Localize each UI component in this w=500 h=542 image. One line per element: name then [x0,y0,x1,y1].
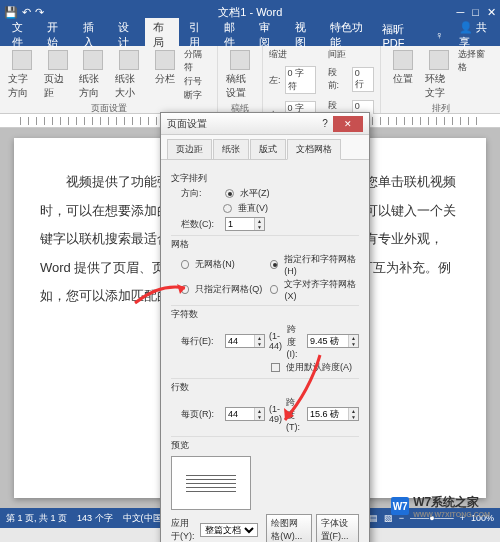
dialog-title: 页面设置 [167,117,317,131]
wrap-text-button[interactable]: 环绕文字 [423,48,455,102]
columns-spinner[interactable]: ▲▼ [225,217,265,231]
dialog-tab-margins[interactable]: 页边距 [167,139,212,159]
size-button[interactable]: 纸张大小 [113,48,145,102]
indent-left-input[interactable]: 0 字符 [285,66,316,94]
radio-spec-grid[interactable] [270,260,278,269]
text-direction-button[interactable]: 文字方向 [6,48,38,102]
watermark-logo-icon: W7 [391,497,409,515]
dialog-tab-paper[interactable]: 纸张 [213,139,249,159]
columns-button[interactable]: 分栏 [149,48,181,88]
ribbon: 文字方向 页边距 纸张方向 纸张大小 分栏 分隔符 行号 断字 页面设置 稿纸设… [0,46,500,114]
dialog-tabs: 页边距 纸张 版式 文档网格 [161,135,369,160]
spacing-before-input[interactable]: 0 行 [352,67,374,92]
direction-label: 方向: [181,187,221,200]
watermark-text: W7系统之家 [413,494,490,511]
per-page-spinner[interactable]: ▲▼ [225,407,265,421]
pitch-v-label: 跨度(T): [286,396,303,432]
manuscript-button[interactable]: 稿纸设置 [224,48,256,102]
window-controls: ─ □ ✕ [457,6,496,19]
text-arrange-label: 文字排列 [171,172,359,185]
per-line-label: 每行(E): [181,335,221,348]
minimize-icon[interactable]: ─ [457,6,465,19]
status-words[interactable]: 143 个字 [77,512,113,525]
preview-box [171,456,251,510]
breaks-button[interactable]: 分隔符 [184,48,211,74]
status-page[interactable]: 第 1 页, 共 1 页 [6,512,67,525]
line-numbers-button[interactable]: 行号 [184,75,211,88]
ribbon-group-arrange: 位置 环绕文字 选择窗格 排列 [381,46,500,113]
apply-to-label: 应用于(Y): [171,517,196,542]
hyphenation-button[interactable]: 断字 [184,89,211,102]
spacing-label: 间距 [328,48,375,61]
position-button[interactable]: 位置 [387,48,419,88]
margins-button[interactable]: 页边距 [42,48,74,102]
quick-redo-icon[interactable]: ↷ [35,6,44,19]
selection-pane-button[interactable]: 选择窗格 [458,48,494,74]
dialog-titlebar[interactable]: 页面设置 ? ✕ [161,113,369,135]
columns-label: 栏数(C): [181,218,221,231]
apply-to-select[interactable]: 整篇文档 [200,523,258,537]
ribbon-group-manuscript: 稿纸设置 稿纸 [218,46,263,113]
orientation-button[interactable]: 纸张方向 [77,48,109,102]
dialog-tab-grid[interactable]: 文档网格 [287,139,341,160]
tab-tellme[interactable]: ♀ [427,27,451,43]
watermark-url: WWW.W7XITONG.COM [413,511,490,518]
use-default-checkbox[interactable] [271,363,280,372]
ribbon-group-page-setup: 文字方向 页边距 纸张方向 纸张大小 分栏 分隔符 行号 断字 页面设置 [0,46,218,113]
pitch-h-spinner[interactable]: ▲▼ [307,334,359,348]
status-language[interactable]: 中文(中国) [123,512,165,525]
indent-label: 缩进 [269,48,316,61]
watermark: W7 W7系统之家 WWW.W7XITONG.COM [391,494,490,518]
radio-line-grid[interactable] [181,285,189,294]
preview-label: 预览 [171,436,359,452]
ribbon-group-paragraph: 缩进 左:0 字符 右:0 字符 间距 段前:0 行 段后:0 行 段落 [263,46,381,113]
per-page-label: 每页(R): [181,408,221,421]
per-line-range: (1-44) [269,331,283,351]
radio-horizontal[interactable] [225,189,234,198]
page-setup-dialog: 页面设置 ? ✕ 页边距 纸张 版式 文档网格 文字排列 方向: 水平(Z) 垂… [160,112,370,542]
quick-undo-icon[interactable]: ↶ [22,6,31,19]
dialog-tab-layout[interactable]: 版式 [250,139,286,159]
per-page-range: (1-49) [269,404,282,424]
close-icon[interactable]: ✕ [487,6,496,19]
line-count-label: 行数 [171,378,359,394]
pitch-v-spinner[interactable]: ▲▼ [307,407,359,421]
quick-save-icon[interactable]: 💾 [4,6,18,19]
pitch-h-label: 跨度(I): [287,323,303,359]
font-settings-button[interactable]: 字体设置(F)... [316,514,359,542]
draw-grid-button[interactable]: 绘图网格(W)... [266,514,311,542]
per-line-spinner[interactable]: ▲▼ [225,334,265,348]
menu-bar: 文件 开始 插入 设计 布局 引用 邮件 审阅 视图 特色功能 福昕PDF ♀ … [0,24,500,46]
maximize-icon[interactable]: □ [472,6,479,19]
grid-label: 网格 [171,235,359,251]
char-count-label: 字符数 [171,305,359,321]
radio-no-grid[interactable] [181,260,189,269]
dialog-help-icon[interactable]: ? [317,118,333,129]
dialog-close-icon[interactable]: ✕ [333,116,363,132]
radio-vertical[interactable] [223,204,232,213]
radio-align-grid[interactable] [270,285,278,294]
dialog-body: 文字排列 方向: 水平(Z) 垂直(V) 栏数(C): ▲▼ 网格 无网格(N)… [161,160,369,542]
view-print-icon[interactable]: ▤ [369,513,378,523]
